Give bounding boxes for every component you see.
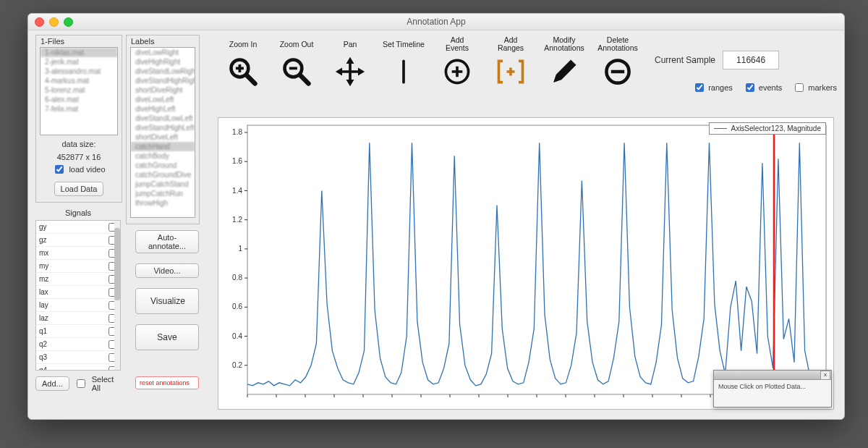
load-video-label: load video — [69, 165, 105, 174]
add-ranges-icon — [484, 54, 537, 90]
mouse-click-popup[interactable]: x Mouse Click on Plotted Data... — [713, 370, 832, 407]
signal-row[interactable]: gz — [36, 234, 120, 247]
file-row[interactable]: 3-alessandro.mat — [41, 67, 117, 76]
save-button[interactable]: Save — [135, 324, 199, 350]
label-row[interactable]: catchGroundDive — [131, 170, 195, 179]
label-row[interactable]: diveStandHighRight — [131, 76, 195, 85]
ranges-checkbox[interactable] — [695, 83, 704, 92]
label-row[interactable]: jumpCatchStand — [131, 179, 195, 189]
signal-row[interactable]: mx — [36, 247, 120, 260]
zoom-out-icon — [270, 54, 323, 90]
zoom-in-tool[interactable]: Zoom In — [216, 35, 270, 90]
signal-row[interactable]: lay — [36, 299, 120, 312]
load-data-button[interactable]: Load Data — [54, 182, 104, 196]
file-row[interactable]: 2-jerik.mat — [41, 57, 117, 67]
svg-marker-7 — [336, 57, 365, 86]
label-row[interactable]: throwHigh — [131, 198, 195, 208]
signals-listbox[interactable]: gygzmxmymzlaxlaylazq1q2q3q4AxisSelector1… — [35, 220, 121, 371]
popup-close-button[interactable]: x — [820, 371, 830, 380]
add-events-icon — [430, 54, 484, 90]
signal-plot[interactable]: 0.20.40.60.811.21.41.61.8 AxisSelector12… — [218, 117, 834, 410]
svg-text:0.2: 0.2 — [232, 361, 242, 369]
delete-icon — [591, 54, 644, 90]
signals-panel: Signals gygzmxmymzlaxlaylazq1q2q3q4AxisS… — [35, 208, 121, 418]
add-events-tool[interactable]: Add Events — [430, 35, 484, 90]
file-row[interactable]: 4-markus.mat — [41, 76, 117, 85]
signals-header: Signals — [35, 208, 121, 217]
select-all-checkbox[interactable] — [77, 379, 85, 388]
delete-annotations-tool[interactable]: Delete Annotations — [591, 35, 644, 90]
pan-icon — [323, 54, 377, 90]
side-buttons: Auto-annotate... Video... Visualize Save… — [135, 230, 199, 389]
files-listbox[interactable]: 1-niklas.mat2-jerik.mat3-alessandro.mat4… — [40, 47, 118, 135]
svg-line-5 — [300, 75, 309, 84]
load-video-checkbox[interactable] — [55, 165, 64, 174]
signal-row[interactable]: mz — [36, 273, 120, 286]
file-row[interactable]: 7-felix.mat — [41, 104, 117, 114]
file-row[interactable]: 6-alex.mat — [41, 95, 117, 104]
modify-annotations-tool[interactable]: Modify Annotations — [537, 35, 591, 90]
label-row[interactable]: diveStandLowLeft — [131, 114, 195, 123]
label-row[interactable]: diveHighRight — [131, 57, 195, 67]
file-row[interactable]: 5-lorenz.mat — [41, 85, 117, 95]
signal-row[interactable]: my — [36, 260, 120, 273]
select-all-label: Select All — [92, 375, 121, 392]
svg-text:0.4: 0.4 — [232, 331, 242, 339]
signal-row[interactable]: lax — [36, 286, 120, 299]
svg-rect-8 — [402, 60, 405, 84]
labels-listbox[interactable]: diveLowRightdiveHighRightdiveStandLowRig… — [130, 47, 195, 218]
label-row[interactable]: diveLowRight — [131, 48, 195, 57]
label-row[interactable]: diveHighLeft — [131, 104, 195, 114]
data-size-value: 452877 x 16 — [36, 153, 122, 161]
signal-row[interactable]: q3 — [36, 351, 120, 364]
svg-text:0.8: 0.8 — [232, 274, 242, 282]
set-timeline-tool[interactable]: Set Timeline — [377, 35, 430, 90]
labels-panel-title: Labels — [127, 35, 199, 47]
label-row[interactable]: diveStandLowRight — [131, 67, 195, 76]
overlay-checkboxes: ranges events markers — [692, 81, 837, 94]
current-sample-value[interactable]: 116646 — [723, 51, 779, 69]
labels-panel: Labels diveLowRightdiveHighRightdiveStan… — [126, 35, 200, 224]
markers-checkbox[interactable] — [795, 83, 804, 92]
svg-rect-18 — [247, 125, 826, 394]
current-sample: Current Sample 116646 — [655, 51, 779, 69]
svg-text:1.6: 1.6 — [232, 157, 242, 165]
pan-tool[interactable]: Pan — [323, 35, 377, 90]
data-size-label: data size: — [36, 140, 122, 148]
add-signal-button[interactable]: Add... — [35, 376, 69, 391]
label-row[interactable]: diveLowLeft — [131, 95, 195, 104]
label-row[interactable]: catchGround — [131, 161, 195, 170]
add-ranges-tool[interactable]: Add Ranges — [484, 35, 537, 90]
visualize-button[interactable]: Visualize — [135, 288, 199, 314]
pencil-icon — [537, 54, 591, 90]
files-panel: 1-Files 1-niklas.mat2-jerik.mat3-alessan… — [35, 35, 122, 203]
svg-text:1.8: 1.8 — [232, 128, 242, 136]
signal-row[interactable]: q1 — [36, 325, 120, 338]
zoom-out-tool[interactable]: Zoom Out — [270, 35, 323, 90]
svg-text:1.2: 1.2 — [232, 216, 242, 224]
plot-legend: AxisSelector123, Magnitude — [709, 122, 826, 135]
svg-text:1: 1 — [238, 245, 242, 253]
label-row[interactable]: shortDiveRight — [131, 85, 195, 95]
signal-row[interactable]: gy — [36, 221, 120, 234]
signals-scrollbar[interactable] — [114, 221, 120, 370]
toolbar: Zoom In Zoom Out Pan Set Timeline — [216, 35, 837, 113]
signal-row[interactable]: laz — [36, 312, 120, 325]
svg-line-1 — [247, 75, 255, 84]
label-row[interactable]: catchHand — [131, 142, 195, 151]
signal-row[interactable]: q2 — [36, 338, 120, 351]
signal-row[interactable]: q4 — [36, 364, 120, 371]
zoom-in-icon — [216, 54, 270, 90]
label-row[interactable]: catchBody — [131, 151, 195, 161]
popup-message: Mouse Click on Plotted Data... — [714, 380, 831, 393]
current-sample-label: Current Sample — [655, 55, 715, 65]
reset-annotations-button[interactable]: reset annotations — [135, 376, 199, 389]
timeline-icon — [377, 54, 430, 90]
label-row[interactable]: shortDiveLeft — [131, 132, 195, 142]
video-button[interactable]: Video... — [135, 263, 199, 278]
auto-annotate-button[interactable]: Auto-annotate... — [135, 230, 199, 253]
label-row[interactable]: jumpCatchRun — [131, 189, 195, 198]
label-row[interactable]: diveStandHighLeft — [131, 123, 195, 132]
events-checkbox[interactable] — [746, 83, 754, 92]
file-row[interactable]: 1-niklas.mat — [41, 48, 117, 57]
